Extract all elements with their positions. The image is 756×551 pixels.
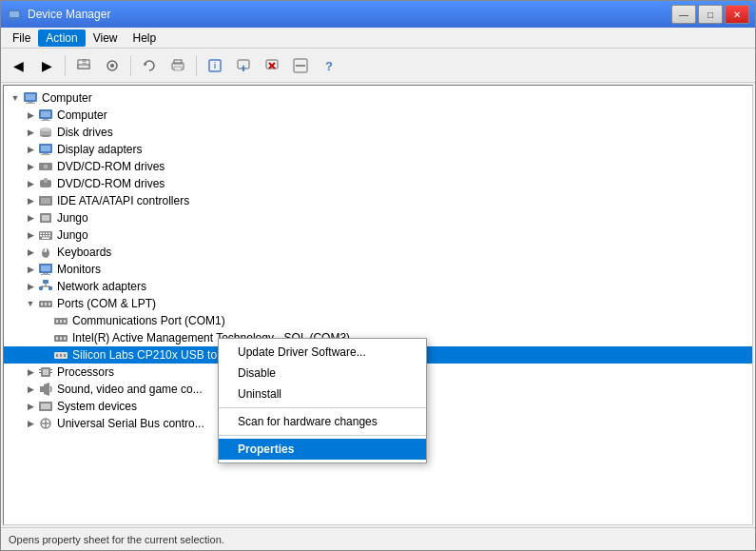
tree-item-com1[interactable]: Communications Port (COM1) <box>4 312 752 329</box>
svg-rect-92 <box>40 386 44 392</box>
toolbar-refresh[interactable] <box>136 53 163 78</box>
device-tree-panel[interactable]: ▼ Computer ▶ Computer ▶ <box>3 85 753 525</box>
toolbar-show-hidden[interactable] <box>99 53 126 78</box>
expand-icon: ▼ <box>23 296 38 311</box>
menu-bar: File Action View Help <box>1 28 755 49</box>
svg-rect-54 <box>43 235 45 237</box>
svg-rect-38 <box>41 154 50 155</box>
tree-item-jungo[interactable]: ▶ Jungo <box>4 209 752 226</box>
tree-item-network[interactable]: ▶ Network adapters <box>4 278 752 295</box>
expand-icon: ▶ <box>23 159 38 174</box>
svg-rect-83 <box>56 354 58 357</box>
svg-rect-27 <box>26 103 35 104</box>
dvd-icon <box>38 159 53 174</box>
context-menu-update-driver[interactable]: Update Driver Software... <box>219 342 426 363</box>
svg-rect-26 <box>28 102 33 103</box>
toolbar-forward[interactable]: ▶ <box>33 53 60 78</box>
computer-icon <box>23 90 38 106</box>
svg-rect-56 <box>48 235 50 237</box>
toolbar-print[interactable] <box>165 53 191 78</box>
expand-icon: ▶ <box>23 382 38 397</box>
tree-item-monitors[interactable]: ▶ Monitors <box>4 261 752 278</box>
svg-rect-89 <box>39 372 41 373</box>
svg-rect-76 <box>60 320 62 323</box>
window-controls: — □ ✕ <box>671 5 749 24</box>
context-menu-scan[interactable]: Scan for hardware changes <box>219 411 426 432</box>
menu-view[interactable]: View <box>86 30 126 47</box>
tree-label: Network adapters <box>57 280 146 293</box>
context-menu: Update Driver Software... Disable Uninst… <box>218 338 427 463</box>
svg-rect-55 <box>46 235 48 237</box>
port-icon <box>53 330 68 345</box>
svg-rect-57 <box>42 238 49 240</box>
tree-item-keyboards[interactable]: ▶ Jungo <box>4 226 752 244</box>
tree-item-hid[interactable]: ▶ DVD/CD-ROM drives <box>4 175 752 192</box>
keyboard-icon <box>38 227 53 243</box>
status-text: Opens property sheet for the current sel… <box>9 534 224 545</box>
svg-rect-95 <box>41 403 50 409</box>
menu-help[interactable]: Help <box>126 30 165 47</box>
toolbar-help[interactable]: ? <box>316 53 342 78</box>
expand-icon: ▶ <box>23 108 38 123</box>
svg-point-41 <box>45 166 47 167</box>
tree-item-dvd-cd[interactable]: ▶ DVD/CD-ROM drives <box>4 158 752 175</box>
context-menu-label: Update Driver Software... <box>238 345 366 359</box>
tree-label: Ports (COM & LPT) <box>57 297 156 310</box>
app-icon <box>7 7 22 22</box>
tree-label: Disk drives <box>57 126 113 139</box>
context-menu-uninstall[interactable]: Uninstall <box>219 384 426 404</box>
minimize-button[interactable]: — <box>671 5 696 24</box>
tree-label: Computer <box>57 108 107 122</box>
tree-item-ports[interactable]: ▼ Ports (COM & LPT) <box>4 295 752 312</box>
tree-label: Communications Port (COM1) <box>72 314 225 327</box>
usb-icon <box>38 416 53 431</box>
svg-rect-11 <box>174 67 182 70</box>
svg-rect-63 <box>43 273 48 274</box>
toolbar-up[interactable]: ☰ <box>70 53 97 78</box>
close-button[interactable]: ✕ <box>725 5 749 24</box>
context-menu-label: Properties <box>238 443 294 456</box>
svg-rect-72 <box>45 303 47 305</box>
expand-icon <box>38 347 53 363</box>
svg-rect-25 <box>26 94 35 100</box>
svg-rect-87 <box>43 369 48 375</box>
toolbar-update-driver[interactable] <box>230 53 257 78</box>
svg-rect-62 <box>41 266 50 271</box>
tree-item-disk-drives[interactable]: ▶ Disk drives <box>4 124 752 141</box>
title-bar: Device Manager — □ ✕ <box>1 1 755 28</box>
computer-icon <box>38 108 53 123</box>
tree-label: Processors <box>57 365 114 379</box>
tree-item-mice[interactable]: ▶ Keyboards <box>4 244 752 261</box>
maximize-button[interactable]: □ <box>698 5 723 24</box>
toolbar-properties[interactable]: i <box>202 53 228 78</box>
svg-rect-91 <box>50 372 52 373</box>
toolbar-uninstall[interactable] <box>259 53 285 78</box>
svg-rect-73 <box>48 303 50 305</box>
context-menu-label: Disable <box>238 366 276 380</box>
svg-text:?: ? <box>325 59 333 73</box>
ide-icon <box>38 193 53 208</box>
expand-icon: ▶ <box>23 210 38 226</box>
tree-item-computer-root[interactable]: ▼ Computer <box>4 89 752 107</box>
tree-label: Jungo <box>57 211 88 225</box>
expand-icon: ▶ <box>23 364 38 380</box>
context-menu-disable[interactable]: Disable <box>219 363 426 384</box>
svg-rect-49 <box>40 233 42 235</box>
svg-rect-2 <box>12 18 16 19</box>
menu-file[interactable]: File <box>5 30 38 47</box>
tree-item-computer[interactable]: ▶ Computer <box>4 107 752 124</box>
menu-action[interactable]: Action <box>38 30 85 47</box>
port-icon <box>53 313 68 328</box>
system-icon <box>38 399 53 414</box>
tree-item-display-adapters[interactable]: ▶ Display adapters <box>4 141 752 158</box>
tree-label: IDE ATA/ATAPI controllers <box>57 194 189 207</box>
svg-text:☰: ☰ <box>82 59 87 65</box>
tree-item-ide[interactable]: ▶ IDE ATA/ATAPI controllers <box>4 192 752 209</box>
tree-label: System devices <box>57 400 137 413</box>
svg-rect-43 <box>44 178 48 183</box>
svg-rect-53 <box>40 235 42 237</box>
context-menu-properties[interactable]: Properties <box>219 439 426 460</box>
toolbar-scan[interactable] <box>287 53 314 78</box>
toolbar-back[interactable]: ◀ <box>5 53 31 78</box>
svg-rect-79 <box>56 337 58 340</box>
